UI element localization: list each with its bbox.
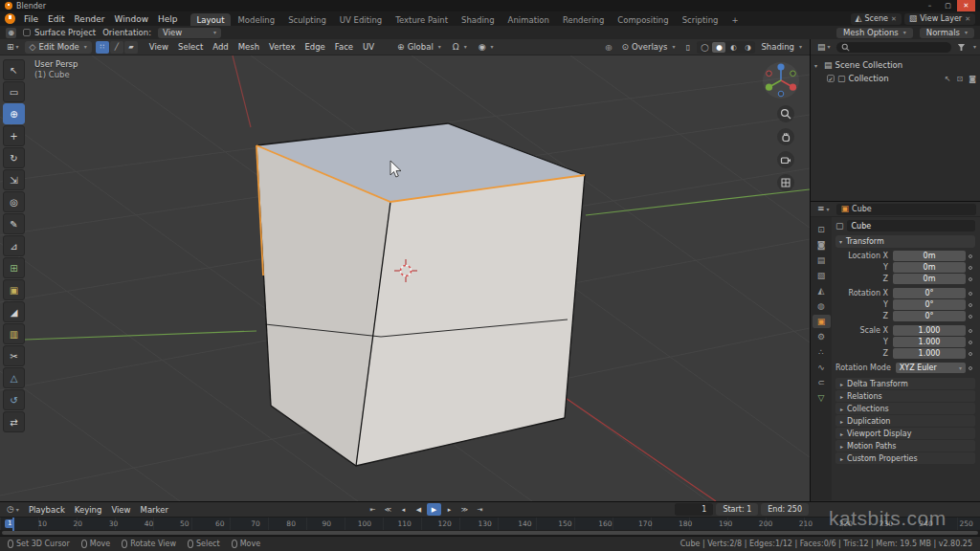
- tab-view-layer[interactable]: ▧: [813, 269, 831, 282]
- menu-item[interactable]: Face: [330, 41, 358, 53]
- tab-object[interactable]: ▣: [813, 315, 831, 328]
- number-field[interactable]: 0°: [893, 288, 966, 298]
- solid-shading-button[interactable]: ●: [712, 42, 725, 53]
- collapsed-panel-header[interactable]: ▸ Duplication: [835, 415, 975, 427]
- tool-loop-cut[interactable]: ▥: [3, 323, 25, 344]
- menu-item[interactable]: Help: [153, 13, 183, 25]
- scene-selector[interactable]: ◭ Scene ✕: [851, 13, 902, 25]
- jump-to-start-button[interactable]: ⇤: [366, 503, 380, 516]
- view-layer-selector[interactable]: ▧ View Layer ✕: [904, 13, 975, 25]
- number-field[interactable]: 1.000: [893, 325, 966, 336]
- workspace-tab[interactable]: UV Editing: [333, 13, 389, 26]
- tab-world[interactable]: ◍: [813, 299, 831, 313]
- tool-select-box[interactable]: ▭: [3, 81, 25, 102]
- frame-end-field[interactable]: End: 250: [761, 503, 809, 516]
- workspace-tab[interactable]: Rendering: [556, 13, 611, 26]
- tab-output[interactable]: ▤: [813, 253, 831, 267]
- tool-poly-build[interactable]: △: [3, 367, 25, 388]
- show-gizmos-button[interactable]: ◎: [601, 41, 615, 54]
- number-field[interactable]: 0m: [893, 262, 966, 273]
- zoom-button[interactable]: [777, 105, 794, 122]
- menu-item[interactable]: Render: [70, 13, 110, 25]
- transform-panel-header[interactable]: ▾ Transform: [835, 235, 975, 248]
- properties-editor-type-button[interactable]: ≡ ▾: [814, 205, 833, 213]
- disclosure-triangle-icon[interactable]: ▾: [814, 62, 821, 69]
- current-frame-field[interactable]: 1: [675, 503, 713, 516]
- workspace-tab[interactable]: +: [724, 13, 745, 26]
- prev-keyframe-button[interactable]: ≪: [381, 503, 395, 516]
- number-field[interactable]: 0°: [893, 311, 966, 321]
- next-frame-button[interactable]: ▸: [442, 503, 457, 516]
- workspace-tab[interactable]: Compositing: [611, 13, 675, 26]
- proportional-edit-dropdown[interactable]: ◉ ▾: [475, 41, 498, 54]
- tool-select-tweak[interactable]: ↖: [3, 59, 25, 80]
- tool-extrude-region[interactable]: ⊞: [3, 257, 25, 278]
- collapsed-panel-header[interactable]: ▸ Delta Transform: [835, 378, 975, 389]
- number-field[interactable]: 0°: [893, 299, 966, 310]
- tab-modifiers[interactable]: ⚙: [813, 330, 831, 343]
- tool-edge-slide[interactable]: ⇄: [3, 411, 25, 432]
- collapsed-panel-header[interactable]: ▸ Custom Properties: [835, 452, 975, 464]
- rendered-shading-button[interactable]: ◑: [741, 42, 754, 53]
- collapsed-panel-header[interactable]: ▸ Motion Paths: [835, 440, 975, 452]
- tab-render[interactable]: ◙: [813, 238, 831, 252]
- play-reverse-button[interactable]: ◀: [412, 503, 426, 516]
- minimize-button[interactable]: –: [921, 0, 939, 11]
- frame-start-field[interactable]: Start: 1: [716, 503, 758, 516]
- next-keyframe-button[interactable]: ≫: [457, 503, 472, 516]
- overlays-dropdown[interactable]: ⊙ Overlays ▾: [617, 41, 679, 54]
- menu-item[interactable]: Keying: [70, 504, 107, 516]
- tool-rotate[interactable]: ↻: [3, 147, 25, 168]
- orientation-dropdown[interactable]: View ▾: [158, 28, 221, 38]
- tab-scene[interactable]: ◭: [813, 284, 831, 298]
- menu-item[interactable]: Window: [110, 13, 154, 25]
- blender-menu-icon[interactable]: [5, 13, 15, 24]
- snap-dropdown[interactable]: Ω ▾: [449, 41, 471, 54]
- timeline-editor-type-button[interactable]: ◷ ▾: [4, 505, 22, 514]
- tab-tool[interactable]: ⊡: [813, 223, 831, 236]
- menu-item[interactable]: Marker: [136, 504, 173, 516]
- decorator-button[interactable]: [966, 277, 975, 281]
- menu-item[interactable]: Mesh: [234, 41, 264, 53]
- workspace-tab[interactable]: Texture Paint: [389, 13, 455, 26]
- number-field[interactable]: 1.000: [893, 348, 966, 359]
- unlink-view-layer-icon[interactable]: ✕: [965, 15, 970, 23]
- navigation-gizmo[interactable]: [762, 61, 800, 99]
- tab-object-data[interactable]: ▽: [813, 391, 831, 405]
- workspace-tab[interactable]: Scripting: [676, 13, 725, 26]
- toggle-ortho-button[interactable]: [777, 174, 794, 191]
- play-button[interactable]: ▶: [427, 503, 441, 516]
- collapsed-panel-header[interactable]: ▸ Viewport Display: [835, 428, 975, 439]
- mesh-options-button[interactable]: Mesh Options ▾: [836, 28, 913, 38]
- decorator-button[interactable]: [966, 254, 975, 258]
- decorator-button[interactable]: [966, 329, 975, 333]
- menu-item[interactable]: Vertex: [264, 41, 300, 53]
- collection-checkbox[interactable]: ✓: [827, 75, 835, 82]
- restrict-select-icon[interactable]: ↖: [945, 75, 951, 83]
- tool-spin[interactable]: ↺: [3, 389, 25, 410]
- menu-item[interactable]: UV: [358, 41, 379, 53]
- tool-move[interactable]: +: [3, 125, 25, 146]
- viewport-canvas[interactable]: User Persp (1) Cube ↖ ▭ ⊕ +: [0, 55, 810, 501]
- move-view-button[interactable]: [777, 128, 794, 145]
- number-field[interactable]: 0m: [893, 274, 966, 284]
- decorator-button[interactable]: [966, 341, 975, 344]
- decorator-button[interactable]: [966, 303, 975, 307]
- vertex-select-button[interactable]: ∷: [96, 41, 109, 54]
- decorator-button[interactable]: [966, 366, 975, 370]
- tool-knife[interactable]: ✂: [3, 345, 25, 366]
- tool-transform[interactable]: ◎: [3, 191, 25, 212]
- object-name-field[interactable]: Cube: [847, 220, 975, 231]
- tool-scale[interactable]: ⇲: [3, 169, 25, 190]
- outliner-search-input[interactable]: [836, 42, 951, 53]
- workspace-tab[interactable]: Layout: [190, 13, 232, 26]
- shading-dropdown[interactable]: Shading ▾: [757, 41, 806, 54]
- jump-to-end-button[interactable]: ⇥: [473, 503, 487, 516]
- menu-item[interactable]: Edge: [300, 41, 329, 53]
- cube-right-face[interactable]: [356, 175, 585, 466]
- material-shading-button[interactable]: ◐: [726, 42, 740, 53]
- decorator-button[interactable]: [966, 266, 975, 270]
- outliner-row-scene-collection[interactable]: ▾ ▤ Scene Collection: [814, 58, 976, 72]
- collapsed-panel-header[interactable]: ▸ Relations: [835, 390, 975, 402]
- tool-inset-faces[interactable]: ▣: [3, 279, 25, 300]
